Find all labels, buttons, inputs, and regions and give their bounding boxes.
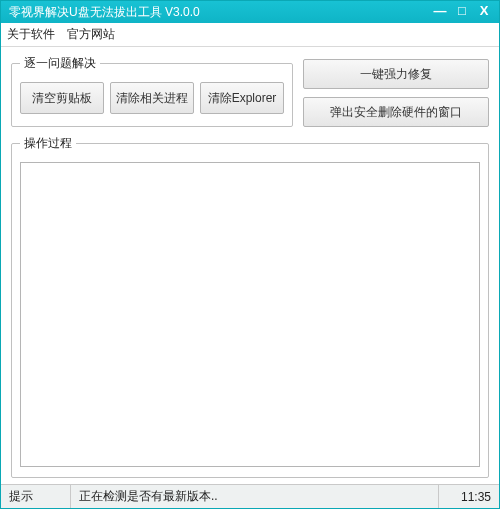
menubar: 关于软件 官方网站: [1, 23, 499, 47]
maximize-button[interactable]: □: [451, 4, 473, 20]
group-log-title: 操作过程: [20, 135, 76, 152]
top-row: 逐一问题解决 清空剪贴板 清除相关进程 清除Explorer 一键强力修复 弹出…: [11, 55, 489, 127]
group-stepwise-title: 逐一问题解决: [20, 55, 100, 72]
status-message: 正在检测是否有最新版本..: [71, 485, 439, 508]
statusbar: 提示 正在检测是否有最新版本.. 11:35: [1, 484, 499, 508]
clear-processes-button[interactable]: 清除相关进程: [110, 82, 194, 114]
menu-about[interactable]: 关于软件: [7, 26, 55, 43]
clear-clipboard-button[interactable]: 清空剪贴板: [20, 82, 104, 114]
group-log: 操作过程: [11, 135, 489, 478]
minimize-button[interactable]: —: [429, 4, 451, 20]
eject-dialog-button[interactable]: 弹出安全删除硬件的窗口: [303, 97, 489, 127]
log-textarea[interactable]: [20, 162, 480, 467]
force-fix-button[interactable]: 一键强力修复: [303, 59, 489, 89]
titlebar[interactable]: 零视界解决U盘无法拔出工具 V3.0.0 — □ X: [1, 1, 499, 23]
clear-explorer-button[interactable]: 清除Explorer: [200, 82, 284, 114]
group-stepwise: 逐一问题解决 清空剪贴板 清除相关进程 清除Explorer: [11, 55, 293, 127]
client-area: 逐一问题解决 清空剪贴板 清除相关进程 清除Explorer 一键强力修复 弹出…: [1, 47, 499, 484]
status-time: 11:35: [439, 485, 499, 508]
menu-website[interactable]: 官方网站: [67, 26, 115, 43]
window-title: 零视界解决U盘无法拔出工具 V3.0.0: [9, 4, 429, 21]
status-label: 提示: [1, 485, 71, 508]
stepwise-buttons: 清空剪贴板 清除相关进程 清除Explorer: [20, 82, 284, 114]
close-button[interactable]: X: [473, 4, 495, 20]
right-column: 一键强力修复 弹出安全删除硬件的窗口: [303, 55, 489, 127]
app-window: 零视界解决U盘无法拔出工具 V3.0.0 — □ X 关于软件 官方网站 逐一问…: [0, 0, 500, 509]
